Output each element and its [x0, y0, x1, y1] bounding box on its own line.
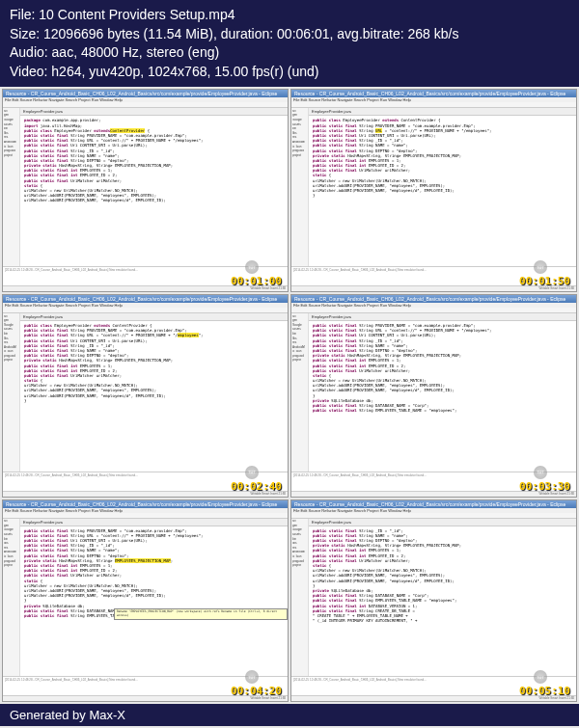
- code-line: }: [313, 193, 572, 198]
- code-editor[interactable]: public static final String PROVIDER_NAME…: [20, 526, 288, 677]
- timestamp-overlay: 00:03:30: [519, 480, 570, 493]
- window-titlebar: Resource - CR_Course_Android_Basic_CH06_…: [3, 295, 288, 303]
- thumbnail-grid: Resource - CR_Course_Android_Basic_CH06_…: [0, 87, 579, 704]
- sidebar-item[interactable]: project: [4, 359, 18, 364]
- timestamp-overlay: 00:02:40: [231, 480, 282, 493]
- editor-tab[interactable]: EmployeeProvider.java: [309, 313, 576, 321]
- editor-tab[interactable]: EmployeeProvider.java: [20, 313, 288, 321]
- video-thumbnail-3[interactable]: Resource - CR_Course_Android_Basic_CH06_…: [2, 294, 289, 498]
- ide-body: srcgenGoogleassetsbinlibsresAndroidMic_l…: [291, 313, 576, 472]
- project-explorer[interactable]: srcgenGoogleassetsbinlibsresAndroidMic_l…: [3, 313, 20, 472]
- size-line: Size: 12096696 bytes (11.54 MiB), durati…: [10, 25, 569, 44]
- ide-body: srcgenGoogleassetsbinlibsresAndroidMic_l…: [291, 108, 576, 266]
- video-thumbnail-1[interactable]: Resource - CR_Course_Android_Basic_CH06_…: [2, 89, 289, 292]
- code-editor[interactable]: package com.example.app.provider;import …: [20, 116, 288, 266]
- window-titlebar: Resource - CR_Course_Android_Basic_CH06_…: [3, 90, 288, 97]
- editor-tab[interactable]: EmployeeProvider.java: [309, 108, 576, 116]
- sidebar-item[interactable]: project: [292, 153, 307, 158]
- code-editor[interactable]: public static final String PROVIDER_NAME…: [309, 321, 576, 472]
- ide-body: srcgenGoogleassetsbinlibsresAndroidMic_l…: [3, 313, 288, 472]
- video-thumbnail-6[interactable]: Resource - CR_Course_Android_Basic_CH06_…: [290, 499, 577, 703]
- timestamp-overlay: 00:04:20: [231, 685, 282, 697]
- window-titlebar: Resource - CR_Course_Android_Basic_CH06_…: [291, 500, 576, 508]
- window-titlebar: Resource - CR_Course_Android_Basic_CH06_…: [3, 500, 288, 508]
- project-explorer[interactable]: srcgenGoogleassetsbinlibsresAndroidMic_l…: [291, 519, 309, 677]
- video-thumbnail-4[interactable]: Resource - CR_Course_Android_Basic_CH06_…: [290, 294, 577, 498]
- watermark-icon: TUT: [534, 260, 547, 274]
- tooltip: Rename 'EMPLOYEES_PROJECTION_MAP' (new w…: [114, 608, 288, 620]
- audio-line: Audio: aac, 48000 Hz, stereo (eng): [10, 43, 569, 63]
- watermark-icon: TUT: [534, 466, 547, 479]
- project-explorer[interactable]: srcgenGoogleassetsbinlibsresAndroidMic_l…: [291, 313, 309, 472]
- sidebar-item[interactable]: project: [4, 564, 18, 569]
- file-line: File: 10 Content Providers Setup.mp4: [10, 6, 569, 25]
- project-explorer[interactable]: srcgenGoogleassetsbinlibsresAndroidMic_l…: [3, 519, 20, 677]
- sidebar-item[interactable]: project: [292, 359, 307, 364]
- code-line: uriMatcher.addURI(PROVIDER_NAME, "employ…: [24, 198, 284, 202]
- media-info-header: File: 10 Content Providers Setup.mp4 Siz…: [0, 0, 579, 87]
- sidebar-item[interactable]: project: [292, 564, 307, 569]
- video-line: Video: h264, yuv420p, 1024x768, 15.00 fp…: [10, 63, 569, 82]
- watermark-icon: TUT: [245, 466, 259, 479]
- timestamp-overlay: 00:05:10: [519, 685, 570, 697]
- sidebar-item[interactable]: project: [4, 153, 18, 158]
- footer: Generated by Max-X: [0, 704, 579, 726]
- generated-by: Generated by Max-X: [10, 708, 125, 722]
- code-line: " (_id INTEGER PRIMARY KEY AUTOINCREMENT…: [313, 618, 572, 623]
- timestamp-overlay: 00:01:50: [519, 275, 570, 287]
- ide-body: srcgenGoogleassetsbinlibsresAndroidMic_l…: [3, 108, 288, 266]
- timestamp-overlay: 00:01:00: [231, 275, 282, 287]
- editor-tab[interactable]: EmployeeProvider.java: [309, 519, 576, 526]
- window-titlebar: Resource - CR_Course_Android_Basic_CH06_…: [291, 90, 576, 97]
- ide-body: srcgenGoogleassetsbinlibsresAndroidMic_l…: [291, 519, 576, 677]
- video-thumbnail-5[interactable]: Resource - CR_Course_Android_Basic_CH06_…: [2, 499, 289, 703]
- watermark-icon: TUT: [245, 260, 259, 274]
- code-line: public static final String EMPLOYEES_TAB…: [313, 408, 572, 413]
- project-explorer[interactable]: srcgenGoogleassetsbinlibsresAndroidMic_l…: [291, 108, 309, 266]
- window-titlebar: Resource - CR_Course_Android_Basic_CH06_…: [291, 295, 576, 303]
- editor-tab[interactable]: EmployeeProvider.java: [20, 108, 288, 116]
- code-editor[interactable]: public class EmployeeProvider extends Co…: [309, 116, 576, 266]
- code-editor[interactable]: public static final String _ID = "_id"; …: [309, 526, 576, 677]
- ide-body: srcgenGoogleassetsbinlibsresAndroidMic_l…: [3, 519, 288, 677]
- project-explorer[interactable]: srcgenGoogleassetsbinlibsresAndroidMic_l…: [3, 108, 20, 266]
- code-editor[interactable]: public class EmployeeProvider extends Co…: [20, 321, 288, 472]
- code-line: }: [24, 398, 284, 403]
- video-thumbnail-2[interactable]: Resource - CR_Course_Android_Basic_CH06_…: [290, 89, 577, 292]
- editor-tab[interactable]: EmployeeProvider.java: [20, 519, 288, 526]
